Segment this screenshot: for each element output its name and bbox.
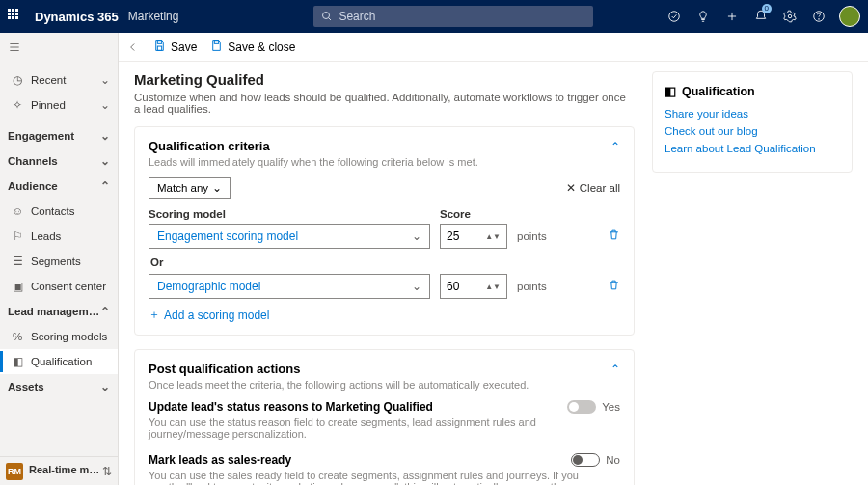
chevron-up-icon: ⌃ xyxy=(100,305,110,318)
scoring-model-select[interactable]: Engagement scoring model⌄ xyxy=(149,224,430,249)
main: Save Save & close Marketing Qualifed Cus… xyxy=(119,33,868,485)
nav-leadmgmt[interactable]: Lead management⌃ xyxy=(0,299,118,324)
toggle-sales-ready[interactable] xyxy=(571,453,600,467)
aside-title: ◧Qualification xyxy=(665,84,840,98)
chevron-down-icon: ⌄ xyxy=(412,229,421,243)
chevron-down-icon: ⌄ xyxy=(100,154,110,168)
criteria-sub: Leads will immediately qualify when the … xyxy=(149,156,620,168)
brand-name: Dynamics 365 xyxy=(35,10,119,24)
search-box[interactable]: Search xyxy=(313,6,593,27)
score-input[interactable]: 60▲▼ xyxy=(440,274,507,299)
aside-link[interactable]: Learn about Lead Qualification xyxy=(665,143,840,154)
settings-icon[interactable] xyxy=(775,0,804,33)
action2-sub: You can use the sales ready field to cre… xyxy=(149,470,583,485)
app-launcher-icon[interactable] xyxy=(8,9,23,24)
svg-point-7 xyxy=(819,19,820,20)
delete-row-button[interactable] xyxy=(608,279,620,294)
unit-label: points xyxy=(517,230,556,242)
nav-audience[interactable]: Audience⌃ xyxy=(0,174,118,199)
action1-title: Update lead's status reasons to Marketin… xyxy=(149,400,433,414)
save-icon xyxy=(153,40,166,55)
lightbulb-icon[interactable] xyxy=(689,0,718,33)
scoring-model-select[interactable]: Demographic model⌄ xyxy=(149,274,430,299)
qualification-icon: ◧ xyxy=(665,84,676,98)
clear-all-button[interactable]: ✕Clear all xyxy=(566,181,620,195)
sidebar-toggle[interactable] xyxy=(0,33,29,62)
close-icon: ✕ xyxy=(566,181,576,195)
aside-link[interactable]: Share your ideas xyxy=(665,108,840,120)
chevron-down-icon: ⌄ xyxy=(100,98,110,112)
chevron-down-icon: ⌄ xyxy=(100,380,110,393)
svg-rect-11 xyxy=(157,40,161,43)
criteria-row: Demographic model⌄ 60▲▼ points xyxy=(149,274,620,299)
user-avatar[interactable] xyxy=(839,6,860,27)
spinner-icon[interactable]: ▲▼ xyxy=(485,284,501,289)
chevron-down-icon: ⌄ xyxy=(412,280,421,293)
qualification-icon: ◧ xyxy=(10,355,25,368)
nav-qualification[interactable]: ◧Qualification xyxy=(0,349,118,374)
nav-leads[interactable]: ⚐Leads xyxy=(0,224,118,249)
leads-icon: ⚐ xyxy=(10,229,25,243)
save-close-button[interactable]: Save & close xyxy=(210,40,295,55)
nav-segments[interactable]: ☰Segments xyxy=(0,249,118,274)
module-name: Marketing xyxy=(128,10,179,23)
nav-assets[interactable]: Assets⌄ xyxy=(0,374,118,399)
nav-engagement[interactable]: Engagement⌄ xyxy=(0,123,118,148)
search-icon xyxy=(321,11,333,22)
area-switcher[interactable]: RM Real-time marketi... ⇅ xyxy=(0,456,118,485)
toggle-value: No xyxy=(606,454,620,466)
chevron-down-icon: ⌄ xyxy=(100,73,110,87)
search-placeholder: Search xyxy=(339,10,375,23)
delete-row-button[interactable] xyxy=(608,229,620,244)
pin-icon: ✧ xyxy=(10,98,25,112)
chevron-down-icon: ⌄ xyxy=(212,181,222,195)
actions-title: Post qualification actions xyxy=(149,362,610,376)
page-subtitle: Customize when and how leads should be q… xyxy=(134,92,635,115)
area-badge: RM xyxy=(6,463,23,480)
person-icon: ☺ xyxy=(10,205,25,217)
save-close-icon xyxy=(210,40,223,55)
save-button[interactable]: Save xyxy=(153,40,197,55)
actions-card: Post qualification actions ⌃ Once leads … xyxy=(134,349,635,485)
actions-sub: Once leads meet the criteria, the follow… xyxy=(149,379,620,391)
page-title: Marketing Qualifed xyxy=(134,71,635,88)
aside-panel: ◧Qualification Share your ideas Check ou… xyxy=(652,71,853,475)
svg-rect-12 xyxy=(157,46,161,50)
add-icon[interactable] xyxy=(718,0,746,33)
svg-point-2 xyxy=(669,12,680,22)
aside-link[interactable]: Check out our blog xyxy=(665,125,840,137)
nav-recent[interactable]: ◷Recent⌄ xyxy=(0,67,118,93)
match-dropdown[interactable]: Match any⌄ xyxy=(149,177,231,199)
help-icon[interactable] xyxy=(804,0,833,33)
criteria-title: Qualification criteria xyxy=(149,139,610,153)
toggle-status-reason[interactable] xyxy=(567,400,596,414)
nav-pinned[interactable]: ✧Pinned⌄ xyxy=(0,93,118,118)
top-bar: Dynamics 365 Marketing Search 0 xyxy=(0,0,868,33)
back-button[interactable] xyxy=(126,40,140,54)
collapse-icon[interactable]: ⌃ xyxy=(610,363,620,376)
or-label: Or xyxy=(150,256,620,268)
nav-contacts[interactable]: ☺Contacts xyxy=(0,199,118,224)
sidebar: ◷Recent⌄ ✧Pinned⌄ Engagement⌄ Channels⌄ … xyxy=(0,33,119,485)
toggle-value: Yes xyxy=(602,401,620,413)
action2-title: Mark leads as sales-ready xyxy=(149,453,291,467)
collapse-icon[interactable]: ⌃ xyxy=(610,140,620,153)
unit-label: points xyxy=(517,281,556,292)
command-bar: Save Save & close xyxy=(119,33,868,62)
nav-channels[interactable]: Channels⌄ xyxy=(0,148,118,174)
svg-point-5 xyxy=(788,14,792,18)
notifications-icon[interactable]: 0 xyxy=(746,0,775,33)
add-scoring-model-button[interactable]: ＋Add a scoring model xyxy=(149,307,620,323)
nav-consent[interactable]: ▣Consent center xyxy=(0,274,118,299)
consent-icon: ▣ xyxy=(10,280,25,293)
scoring-icon: ℅ xyxy=(10,331,25,342)
score-input[interactable]: 25▲▼ xyxy=(440,224,507,249)
criteria-card: Qualification criteria ⌃ Leads will imme… xyxy=(134,126,635,336)
assist-icon[interactable] xyxy=(660,0,689,33)
spinner-icon[interactable]: ▲▼ xyxy=(485,234,501,239)
score-label: Score xyxy=(440,208,507,220)
svg-line-1 xyxy=(329,18,332,21)
chevron-down-icon: ⌄ xyxy=(100,129,110,143)
updown-icon: ⇅ xyxy=(102,465,112,478)
nav-scoring-models[interactable]: ℅Scoring models xyxy=(0,324,118,349)
